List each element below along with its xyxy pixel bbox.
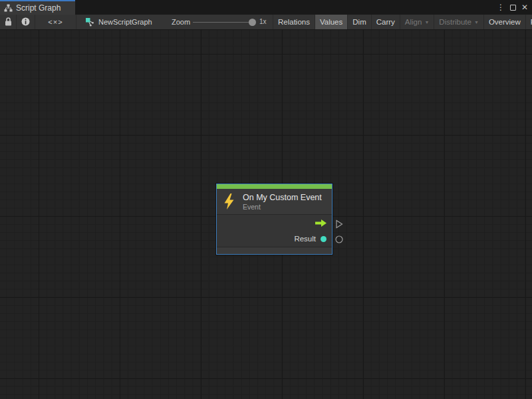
node-title: On My Custom Event: [243, 193, 322, 202]
node-header[interactable]: On My Custom Event Event: [217, 189, 332, 214]
chevron-down-icon: ▼: [424, 20, 429, 25]
script-graph-icon: [85, 17, 94, 27]
zoom-slider-track[interactable]: [193, 22, 255, 23]
fullscreen-button[interactable]: Full Screen: [525, 15, 532, 29]
node-titles: On My Custom Event Event: [243, 193, 322, 211]
flow-output-port[interactable]: [315, 219, 327, 227]
maximize-icon: [510, 5, 516, 11]
distribute-dropdown[interactable]: Distribute ▼: [434, 15, 483, 29]
external-flow-port[interactable]: [334, 219, 344, 229]
node-color-bar: [217, 184, 332, 189]
info-icon: [21, 17, 30, 27]
dim-button[interactable]: Dim: [347, 15, 370, 29]
window-controls: ⋮ ✕: [495, 0, 531, 15]
close-icon: ✕: [521, 3, 528, 12]
result-value-port[interactable]: [321, 236, 327, 242]
lightning-bolt-icon: [222, 193, 236, 210]
lock-button[interactable]: [0, 15, 17, 29]
result-output-row: Result: [217, 231, 332, 247]
align-dropdown[interactable]: Align ▼: [400, 15, 434, 29]
values-button[interactable]: Values: [315, 15, 347, 29]
code-icon: <×>: [48, 18, 63, 26]
maximize-button[interactable]: [507, 1, 519, 14]
toolbar-button-group: Relations Values Dim Carry Align ▼ Distr…: [273, 15, 532, 29]
graph-toolbar: <×> NewScriptGraph Zoom 1x Relations Val…: [0, 15, 532, 30]
overview-button[interactable]: Overview: [483, 15, 525, 29]
info-button[interactable]: [17, 15, 35, 29]
zoom-value: 1x: [259, 15, 267, 29]
result-port-label: Result: [294, 235, 316, 243]
graph-reference[interactable]: NewScriptGraph: [85, 15, 152, 29]
graph-canvas[interactable]: On My Custom Event Event Result: [0, 30, 532, 399]
close-button[interactable]: ✕: [519, 1, 531, 14]
zoom-slider-thumb[interactable]: [249, 19, 256, 26]
code-view-button[interactable]: <×>: [35, 15, 76, 29]
tab-script-graph[interactable]: Script Graph: [0, 0, 75, 15]
relations-button[interactable]: Relations: [273, 15, 315, 29]
lock-icon: [5, 17, 12, 27]
window-menu-button[interactable]: ⋮: [495, 1, 507, 14]
event-node[interactable]: On My Custom Event Event Result: [216, 184, 332, 255]
external-value-port[interactable]: [334, 235, 344, 244]
flow-output-row: [217, 215, 332, 231]
chevron-down-icon: ▼: [474, 20, 479, 25]
tab-bar: Script Graph ⋮ ✕: [0, 0, 532, 15]
graph-name: NewScriptGraph: [98, 18, 152, 26]
zoom-label: Zoom: [172, 15, 190, 29]
carry-button[interactable]: Carry: [371, 15, 400, 29]
node-subtitle: Event: [243, 203, 322, 211]
tab-title: Script Graph: [16, 3, 61, 13]
hierarchy-graph-icon: [4, 4, 13, 12]
node-footer: [217, 247, 332, 254]
kebab-menu-icon: ⋮: [497, 3, 505, 12]
